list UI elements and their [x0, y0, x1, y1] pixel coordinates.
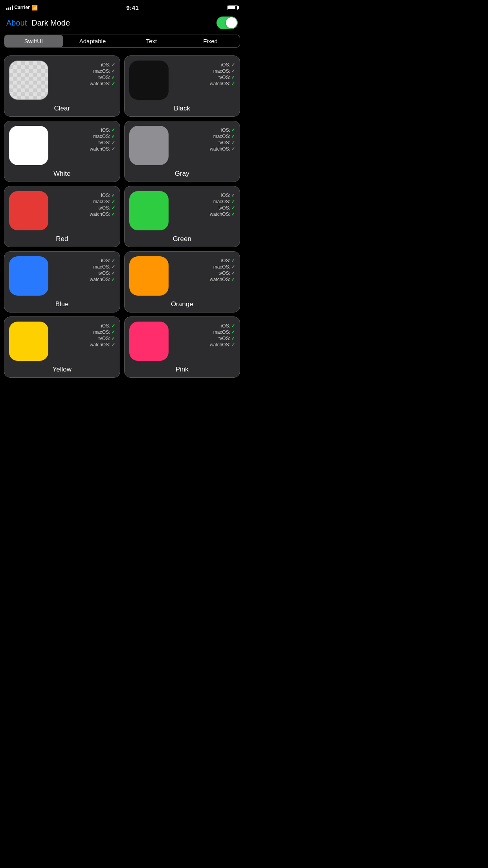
- check-icon: ✓: [231, 277, 235, 282]
- color-name: Orange: [171, 300, 193, 308]
- check-icon: ✓: [111, 62, 115, 68]
- color-card-white[interactable]: iOS:✓macOS:✓tvOS:✓watchOS:✓White: [4, 121, 120, 182]
- color-card-orange[interactable]: iOS:✓macOS:✓tvOS:✓watchOS:✓Orange: [124, 251, 240, 313]
- check-icon: ✓: [111, 193, 115, 198]
- color-name: Yellow: [52, 366, 72, 373]
- platform-label: tvOS:: [98, 270, 110, 276]
- platform-label: iOS:: [221, 258, 230, 263]
- check-icon: ✓: [111, 81, 115, 86]
- check-icon: ✓: [231, 199, 235, 204]
- check-icon: ✓: [111, 277, 115, 282]
- check-icon: ✓: [231, 323, 235, 329]
- color-card-yellow[interactable]: iOS:✓macOS:✓tvOS:✓watchOS:✓Yellow: [4, 316, 120, 378]
- color-card-blue[interactable]: iOS:✓macOS:✓tvOS:✓watchOS:✓Blue: [4, 251, 120, 313]
- color-name: Black: [174, 105, 190, 112]
- platform-list: iOS:✓macOS:✓tvOS:✓watchOS:✓: [90, 322, 115, 348]
- check-icon: ✓: [111, 134, 115, 139]
- signal-icon: [6, 5, 13, 10]
- platform-label: tvOS:: [218, 270, 230, 276]
- color-card-black[interactable]: iOS:✓macOS:✓tvOS:✓watchOS:✓Black: [124, 55, 240, 117]
- tab-text[interactable]: Text: [122, 35, 181, 47]
- carrier-label: Carrier: [15, 5, 30, 10]
- about-button[interactable]: About: [6, 18, 27, 28]
- platform-label: iOS:: [101, 127, 110, 133]
- platform-list: iOS:✓macOS:✓tvOS:✓watchOS:✓: [90, 61, 115, 86]
- tab-fixed[interactable]: Fixed: [181, 35, 240, 47]
- color-name: Pink: [176, 366, 189, 373]
- color-card-red[interactable]: iOS:✓macOS:✓tvOS:✓watchOS:✓Red: [4, 186, 120, 247]
- platform-label: tvOS:: [218, 140, 230, 145]
- check-icon: ✓: [111, 199, 115, 204]
- platform-label: tvOS:: [98, 205, 110, 211]
- platform-list: iOS:✓macOS:✓tvOS:✓watchOS:✓: [210, 126, 235, 152]
- check-icon: ✓: [111, 329, 115, 335]
- check-icon: ✓: [231, 211, 235, 217]
- status-left: Carrier 📶: [6, 5, 38, 11]
- platform-label: watchOS:: [210, 81, 230, 86]
- platform-label: tvOS:: [98, 140, 110, 145]
- check-icon: ✓: [231, 81, 235, 86]
- check-icon: ✓: [231, 140, 235, 145]
- platform-label: watchOS:: [210, 146, 230, 152]
- check-icon: ✓: [231, 270, 235, 276]
- color-grid: iOS:✓macOS:✓tvOS:✓watchOS:✓CleariOS:✓mac…: [0, 53, 244, 382]
- platform-label: watchOS:: [90, 277, 110, 282]
- platform-label: macOS:: [93, 68, 110, 74]
- color-swatch-gray: [129, 126, 169, 165]
- platform-label: tvOS:: [218, 75, 230, 80]
- time-label: 9:41: [126, 4, 139, 11]
- platform-label: macOS:: [93, 329, 110, 335]
- platform-list: iOS:✓macOS:✓tvOS:✓watchOS:✓: [90, 126, 115, 152]
- platform-label: macOS:: [213, 264, 230, 270]
- check-icon: ✓: [111, 336, 115, 341]
- color-swatch-white: [9, 126, 48, 165]
- platform-list: iOS:✓macOS:✓tvOS:✓watchOS:✓: [210, 191, 235, 217]
- segmented-control: SwiftUI Adaptable Text Fixed: [4, 35, 240, 48]
- battery-icon: [227, 5, 238, 10]
- platform-label: watchOS:: [90, 81, 110, 86]
- platform-label: iOS:: [101, 62, 110, 68]
- color-card-clear[interactable]: iOS:✓macOS:✓tvOS:✓watchOS:✓Clear: [4, 55, 120, 117]
- platform-label: iOS:: [221, 193, 230, 198]
- platform-label: iOS:: [221, 127, 230, 133]
- platform-label: tvOS:: [218, 336, 230, 341]
- check-icon: ✓: [111, 270, 115, 276]
- color-card-gray[interactable]: iOS:✓macOS:✓tvOS:✓watchOS:✓Gray: [124, 121, 240, 182]
- color-card-green[interactable]: iOS:✓macOS:✓tvOS:✓watchOS:✓Green: [124, 186, 240, 247]
- check-icon: ✓: [111, 75, 115, 80]
- color-swatch-blue: [9, 256, 48, 296]
- platform-list: iOS:✓macOS:✓tvOS:✓watchOS:✓: [210, 322, 235, 348]
- check-icon: ✓: [231, 336, 235, 341]
- check-icon: ✓: [111, 264, 115, 270]
- platform-label: macOS:: [213, 329, 230, 335]
- check-icon: ✓: [111, 68, 115, 74]
- check-icon: ✓: [231, 62, 235, 68]
- platform-label: macOS:: [213, 199, 230, 204]
- tab-swiftui[interactable]: SwiftUI: [4, 35, 63, 47]
- platform-label: watchOS:: [90, 146, 110, 152]
- check-icon: ✓: [231, 264, 235, 270]
- platform-label: iOS:: [101, 258, 110, 263]
- platform-label: iOS:: [101, 323, 110, 329]
- color-swatch-orange: [129, 256, 169, 296]
- toggle-knob: [226, 17, 237, 28]
- platform-label: tvOS:: [98, 75, 110, 80]
- page-title: Dark Mode: [31, 18, 70, 28]
- platform-list: iOS:✓macOS:✓tvOS:✓watchOS:✓: [90, 191, 115, 217]
- check-icon: ✓: [231, 205, 235, 211]
- check-icon: ✓: [111, 140, 115, 145]
- check-icon: ✓: [111, 146, 115, 152]
- dark-mode-toggle[interactable]: [216, 17, 238, 29]
- color-card-pink[interactable]: iOS:✓macOS:✓tvOS:✓watchOS:✓Pink: [124, 316, 240, 378]
- platform-label: watchOS:: [90, 342, 110, 348]
- platform-label: macOS:: [93, 134, 110, 139]
- platform-list: iOS:✓macOS:✓tvOS:✓watchOS:✓: [210, 256, 235, 282]
- platform-label: watchOS:: [210, 342, 230, 348]
- tab-adaptable[interactable]: Adaptable: [63, 35, 122, 47]
- color-name: Green: [173, 235, 191, 243]
- color-swatch-green: [129, 191, 169, 230]
- check-icon: ✓: [111, 342, 115, 348]
- check-icon: ✓: [231, 75, 235, 80]
- platform-label: watchOS:: [210, 277, 230, 282]
- platform-label: tvOS:: [218, 205, 230, 211]
